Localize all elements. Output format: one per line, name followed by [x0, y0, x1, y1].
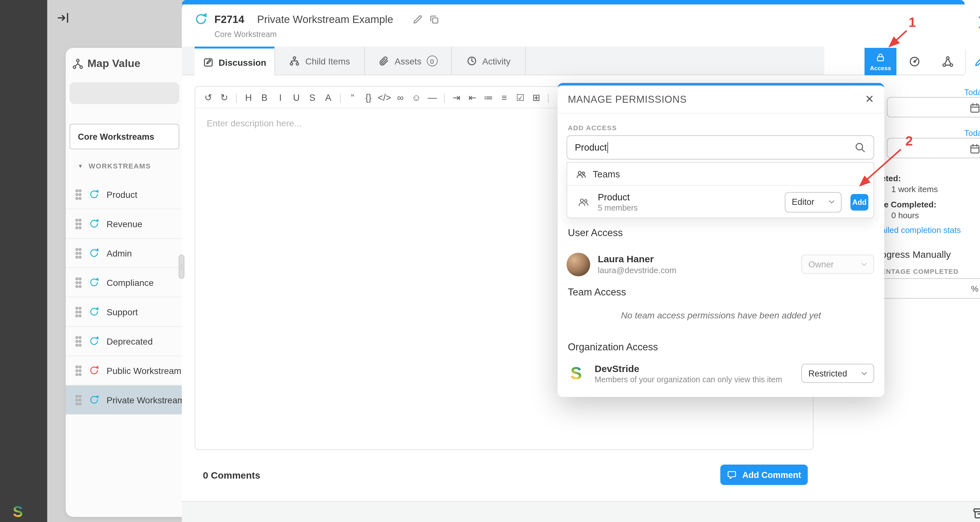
tab-label: Child Items — [305, 56, 350, 66]
toolbar-icon[interactable]: | — [544, 86, 552, 108]
expand-right-panel-button[interactable] — [974, 14, 980, 31]
editor-placeholder: Enter description here... — [207, 118, 301, 128]
tab-activity[interactable]: Activity — [452, 46, 525, 75]
workstream-item[interactable]: Admin — [66, 239, 190, 268]
toolbar-icon[interactable]: H — [240, 86, 256, 108]
toolbar-icon[interactable]: S — [304, 86, 320, 108]
relationships-button[interactable] — [932, 48, 963, 75]
progress-gauge-button[interactable] — [898, 48, 930, 75]
copy-item-button[interactable] — [429, 14, 440, 25]
access-search-input[interactable]: Product — [566, 135, 874, 159]
workstream-item[interactable]: Private Workstream — [66, 385, 190, 415]
toolbar-icon[interactable]: ⇥ — [449, 86, 465, 108]
archive-button[interactable] — [972, 507, 980, 520]
organization-access-heading: Organization Access — [568, 341, 658, 353]
organization-info: DevStride Members of your organization c… — [595, 363, 782, 384]
date-input-2[interactable] — [887, 138, 980, 158]
clock-icon — [466, 56, 477, 66]
workstream-item[interactable]: Product — [66, 180, 190, 209]
completion-stats-link-fragment[interactable]: ailed completion stats — [881, 225, 961, 235]
workstream-item[interactable]: Deprecated — [66, 327, 190, 356]
toolbar-icon[interactable]: </> — [376, 86, 392, 108]
workstreams-section-header[interactable]: ▼ WORKSTREAMS — [70, 156, 185, 175]
tab-discussion[interactable]: Discussion — [195, 46, 274, 76]
workstream-icon — [89, 395, 100, 405]
workstream-item[interactable]: Compliance — [66, 268, 190, 298]
toolbar-icon[interactable]: ≔ — [480, 86, 496, 108]
chevron-down-icon — [827, 198, 836, 206]
workstream-item[interactable]: Support — [66, 298, 190, 327]
workstream-item[interactable]: Revenue — [66, 209, 190, 239]
workstream-item[interactable]: Public Workstream — [66, 356, 190, 385]
toolbar-icon[interactable]: ↺ — [200, 86, 216, 108]
workstream-group-box[interactable]: Core Workstreams — [70, 124, 179, 149]
calendar-icon[interactable] — [969, 143, 980, 154]
toolbar-icon[interactable]: ≡ — [496, 86, 512, 108]
add-team-button[interactable]: Add — [851, 194, 869, 210]
edit-mode-button[interactable] — [974, 55, 980, 68]
toolbar-icon[interactable]: B — [256, 86, 272, 108]
toolbar-icon[interactable]: ” — [345, 86, 361, 108]
search-icon — [854, 142, 866, 153]
collapse-caret-icon: ▼ — [78, 163, 83, 169]
drag-handle-icon[interactable] — [75, 277, 82, 288]
drag-handle-icon[interactable] — [75, 218, 82, 229]
left-rail: S — [0, 0, 47, 522]
sidebar-search-input[interactable] — [70, 82, 179, 104]
calendar-icon[interactable] — [969, 102, 980, 114]
toolbar-icon[interactable]: ↻ — [216, 86, 232, 108]
toolbar-icon[interactable]: ∞ — [392, 86, 408, 108]
close-button[interactable]: ✕ — [865, 92, 874, 106]
pencil-icon — [974, 55, 980, 68]
tab-label: Discussion — [218, 57, 266, 67]
toolbar-icon[interactable]: ☺ — [408, 86, 424, 108]
organization-name: DevStride — [595, 363, 782, 374]
date-input-1[interactable] — [887, 97, 980, 118]
user-avatar — [566, 252, 590, 276]
drag-handle-icon[interactable] — [75, 394, 82, 406]
access-button[interactable]: Access — [864, 48, 896, 75]
team-role-select[interactable]: Editor — [785, 192, 842, 212]
toolbar-icon[interactable]: ☑ — [512, 86, 528, 108]
access-search-value: Product — [575, 142, 607, 153]
toolbar-icon[interactable]: | — [232, 86, 240, 108]
tab-assets[interactable]: Assets 0 — [365, 46, 451, 75]
copy-icon — [429, 14, 440, 25]
sidebar-expand-button[interactable] — [56, 10, 72, 25]
team-result-meta: 5 members — [598, 203, 638, 212]
toolbar-icon[interactable]: I — [272, 86, 288, 108]
tab-child-items[interactable]: Child Items — [275, 46, 364, 75]
organization-role-select[interactable]: Restricted — [801, 364, 874, 383]
team-result-row[interactable]: Product 5 members Editor Add — [567, 186, 873, 218]
user-access-row: Laura Haner laura@devstride.com Owner — [566, 250, 874, 278]
add-comment-button[interactable]: Add Comment — [720, 465, 808, 485]
search-results-dropdown: Teams Product 5 members Editor Add — [566, 162, 874, 218]
panel-resize-handle[interactable]: ⋮ — [179, 255, 185, 279]
toolbar-icon[interactable]: | — [336, 86, 345, 108]
item-subtitle: Core Workstream — [215, 30, 277, 39]
map-value-icon — [72, 58, 84, 70]
edit-title-button[interactable] — [412, 14, 423, 25]
drag-handle-icon[interactable] — [75, 189, 82, 200]
toolbar-icon[interactable]: ⇤ — [465, 86, 480, 108]
drag-handle-icon[interactable] — [75, 335, 82, 347]
workstream-icon — [89, 365, 100, 376]
user-role-value: Owner — [808, 259, 834, 269]
toolbar-icon[interactable]: — — [424, 86, 440, 108]
toolbar-icon[interactable]: ⊞ — [528, 86, 544, 108]
toolbar-icon[interactable]: U — [288, 86, 304, 108]
drag-handle-icon[interactable] — [75, 365, 82, 376]
percentage-input[interactable]: % — [881, 278, 980, 299]
set-today-link-2[interactable]: Today — [940, 128, 980, 138]
comments-count: 0 Comments — [203, 469, 260, 481]
workstream-icon — [89, 189, 100, 200]
toolbar-icon[interactable]: A — [320, 86, 336, 108]
map-value-panel: Map Value Core Workstreams ▼ WORKSTREAMS… — [66, 48, 190, 517]
comment-icon — [727, 469, 737, 480]
set-today-link-1[interactable]: Today — [940, 88, 980, 97]
toolbar-icon[interactable]: | — [440, 86, 449, 108]
toolbar-icon[interactable]: {} — [361, 86, 376, 108]
drag-handle-icon[interactable] — [75, 247, 82, 259]
drag-handle-icon[interactable] — [75, 306, 82, 317]
footer-bar — [182, 501, 980, 522]
